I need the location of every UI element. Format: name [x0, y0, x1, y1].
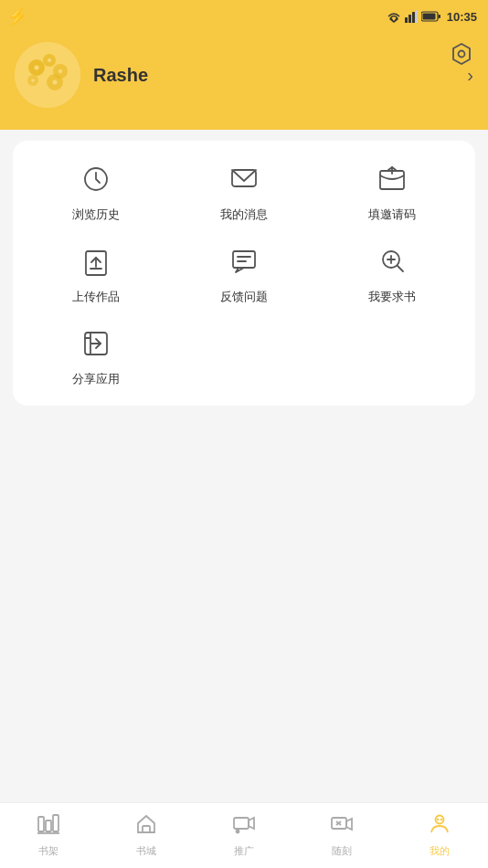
bolt-icon: ⚡	[7, 6, 27, 26]
bottom-nav: 书架 书城 推广	[0, 802, 488, 868]
hexagon-settings-icon	[450, 42, 473, 66]
menu-label-messages: 我的消息	[220, 206, 268, 223]
svg-marker-46	[346, 819, 352, 830]
nav-item-moments[interactable]: 随刻	[292, 813, 390, 858]
avatar-illustration	[15, 42, 80, 108]
svg-rect-3	[412, 12, 415, 23]
envelope-icon	[372, 159, 412, 199]
menu-grid: 浏览历史 我的消息 填邀请码	[22, 159, 466, 387]
battery-icon	[421, 11, 441, 22]
svg-point-51	[440, 820, 441, 820]
svg-point-15	[48, 58, 51, 62]
svg-rect-37	[38, 817, 44, 831]
promote-nav-icon	[232, 813, 256, 841]
nav-label-bookshelf: 书架	[38, 844, 58, 858]
nav-item-promote[interactable]: 推广	[196, 813, 293, 858]
menu-label-share: 分享应用	[72, 371, 120, 387]
menu-label-request-book: 我要求书	[368, 289, 416, 305]
svg-point-20	[459, 51, 465, 58]
menu-item-feedback[interactable]: 反馈问题	[170, 241, 318, 305]
svg-point-14	[35, 66, 39, 70]
settings-icon[interactable]	[450, 42, 473, 71]
svg-point-44	[236, 831, 239, 833]
clock-icon	[76, 159, 116, 199]
menu-item-share[interactable]: 分享应用	[22, 323, 170, 387]
svg-line-32	[398, 266, 403, 271]
menu-label-browse-history: 浏览历史	[72, 206, 120, 223]
menu-label-feedback: 反馈问题	[220, 289, 268, 305]
content-card: 浏览历史 我的消息 填邀请码	[13, 141, 475, 406]
header: Rashe ›	[0, 33, 488, 130]
nav-label-mine: 我的	[430, 844, 450, 858]
svg-point-17	[31, 79, 35, 82]
svg-rect-7	[422, 14, 435, 20]
svg-rect-42	[234, 818, 249, 829]
status-icons	[387, 10, 441, 23]
bookshelf-nav-icon	[37, 813, 60, 841]
header-left[interactable]: Rashe	[15, 42, 148, 108]
avatar[interactable]	[15, 42, 80, 108]
menu-item-upload[interactable]: 上传作品	[22, 241, 170, 305]
status-right: 10:35	[387, 10, 477, 24]
svg-point-16	[58, 69, 62, 73]
moments-nav-icon	[330, 813, 354, 841]
svg-point-50	[437, 820, 438, 820]
svg-rect-1	[405, 17, 408, 23]
menu-item-messages[interactable]: 我的消息	[170, 159, 318, 223]
svg-rect-6	[438, 15, 440, 18]
share-icon	[76, 323, 116, 364]
wifi-icon	[387, 10, 401, 23]
status-left: ⚡	[7, 6, 27, 26]
nav-label-moments: 随刻	[332, 844, 352, 858]
menu-item-invite-code[interactable]: 填邀请码	[318, 159, 466, 223]
username[interactable]: Rashe	[93, 65, 148, 86]
nav-label-promote: 推广	[234, 844, 254, 858]
time-display: 10:35	[447, 10, 477, 24]
search-book-icon	[372, 241, 412, 281]
message-icon	[224, 159, 264, 199]
menu-item-request-book[interactable]: 我要求书	[318, 241, 466, 305]
signal-icon	[405, 10, 418, 23]
home-nav-icon	[135, 813, 157, 841]
upload-icon	[76, 241, 116, 281]
feedback-icon	[224, 241, 264, 281]
svg-rect-28	[233, 251, 255, 268]
svg-point-18	[53, 80, 58, 85]
menu-item-browse-history[interactable]: 浏览历史	[22, 159, 170, 223]
svg-marker-19	[453, 44, 470, 64]
svg-point-8	[15, 42, 80, 108]
nav-item-bookshelf[interactable]: 书架	[0, 813, 98, 858]
svg-rect-2	[408, 15, 411, 23]
svg-rect-39	[53, 815, 58, 831]
mine-nav-icon	[429, 813, 451, 841]
svg-marker-43	[249, 818, 254, 829]
nav-label-bookstore: 书城	[136, 844, 156, 858]
svg-rect-4	[416, 10, 418, 23]
svg-rect-41	[143, 826, 150, 832]
menu-label-upload: 上传作品	[72, 289, 120, 305]
nav-item-bookstore[interactable]: 书城	[98, 813, 196, 858]
svg-rect-38	[46, 820, 51, 831]
menu-label-invite-code: 填邀请码	[368, 206, 416, 223]
nav-item-mine[interactable]: 我的	[390, 813, 488, 858]
status-bar: ⚡ 10:35	[0, 0, 488, 33]
